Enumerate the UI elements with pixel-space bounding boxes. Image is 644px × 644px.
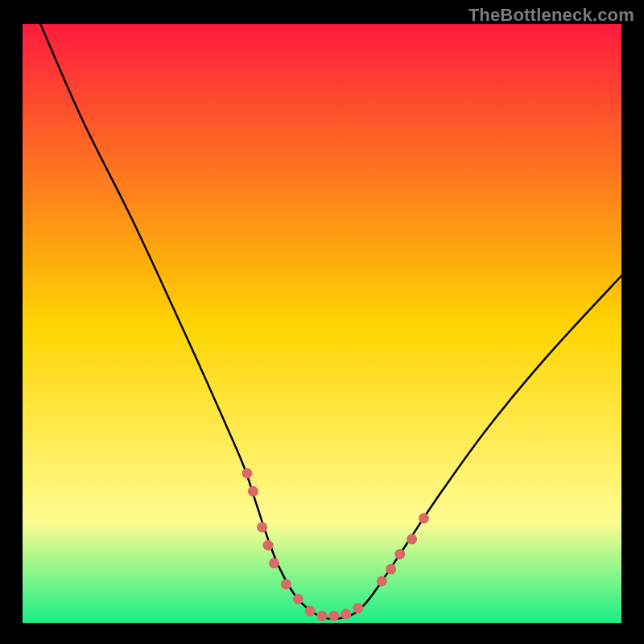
marker-dot: [263, 540, 274, 551]
marker-dot: [341, 609, 351, 619]
bottleneck-chart: [0, 0, 644, 644]
marker-dot: [269, 558, 279, 568]
marker-dot: [305, 606, 316, 617]
marker-dot: [394, 549, 405, 559]
marker-dot: [353, 603, 363, 613]
marker-dot: [317, 611, 328, 621]
plot-background: [23, 24, 621, 623]
marker-dot: [419, 513, 429, 523]
marker-dot: [377, 576, 387, 586]
marker-dot: [407, 534, 417, 544]
marker-dot: [293, 594, 303, 605]
marker-dot: [328, 611, 339, 621]
watermark-label: TheBottleneck.com: [469, 5, 634, 26]
chart-container: TheBottleneck.com: [0, 0, 644, 644]
marker-dot: [386, 564, 396, 575]
marker-dot: [281, 579, 291, 589]
marker-dot: [248, 486, 258, 497]
marker-dot: [242, 469, 253, 479]
marker-dot: [257, 522, 267, 532]
